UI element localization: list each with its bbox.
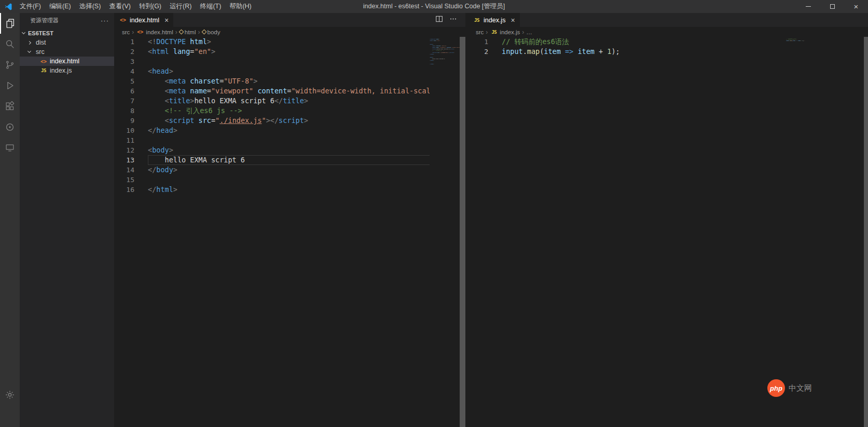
window-title: index.html - es6test - Visual Studio Cod… <box>363 2 505 11</box>
menu-f[interactable]: 文件(F) <box>16 0 45 13</box>
line-number[interactable]: 4 <box>114 66 134 76</box>
code-line[interactable]: <title>hello EXMA script 6</title> <box>148 96 465 106</box>
menu-e[interactable]: 编辑(E) <box>45 0 75 13</box>
code-line[interactable]: <!DOCTYPE html> <box>148 37 465 47</box>
menu-r[interactable]: 运行(R) <box>166 0 196 13</box>
menu-v[interactable]: 查看(V) <box>105 0 135 13</box>
tab-bar: <> index.html × <box>114 13 465 27</box>
code-line[interactable] <box>148 57 465 66</box>
watermark-text: 中文网 <box>789 383 812 393</box>
window-controls: × <box>796 0 868 13</box>
line-numbers[interactable]: 12 <box>468 37 493 427</box>
source-control-icon <box>4 59 16 71</box>
code-line[interactable]: <body> <box>148 145 465 155</box>
maximize-button[interactable] <box>820 0 844 13</box>
line-number[interactable]: 1 <box>468 37 488 47</box>
line-number[interactable]: 3 <box>114 57 134 66</box>
breadcrumb-html[interactable]: html <box>180 29 196 35</box>
code-line[interactable] <box>148 175 465 185</box>
code-line[interactable]: <head> <box>148 66 465 76</box>
breadcrumb-src[interactable]: src <box>122 29 130 35</box>
activity-bottom <box>0 384 20 427</box>
line-number[interactable]: 6 <box>114 86 134 96</box>
tab-index-html[interactable]: <> index.html × <box>114 13 173 27</box>
chevron-down-icon <box>27 49 31 53</box>
tree-item-index-html[interactable]: <>index.html <box>20 57 114 66</box>
activity-extensions[interactable] <box>0 96 20 117</box>
line-number[interactable]: 1 <box>114 37 134 47</box>
activity-remote[interactable] <box>0 137 20 158</box>
tree-item-index-js[interactable]: JSindex.js <box>20 66 114 75</box>
line-number[interactable]: 10 <box>114 126 134 135</box>
line-number[interactable]: 16 <box>114 185 134 195</box>
code-line[interactable]: hello EXMA script 6 <box>148 155 465 165</box>
maximize-icon <box>830 4 835 9</box>
js-file-icon: JS <box>39 68 48 73</box>
sidebar-header: 资源管理器 ··· <box>20 13 114 28</box>
line-number[interactable]: 13 <box>114 155 134 165</box>
line-number[interactable]: 2 <box>468 47 488 57</box>
tree-item-src[interactable]: src <box>20 47 114 57</box>
line-number[interactable]: 9 <box>114 116 134 126</box>
code-line[interactable]: input.map(item => item + 1); <box>786 40 864 42</box>
breadcrumb-index-html[interactable]: <>index.html <box>136 29 173 35</box>
sidebar-more-actions-button[interactable]: ··· <box>101 17 109 24</box>
minimap[interactable]: // 转码前的es6语法input.map(item => item + 1); <box>786 37 864 427</box>
activity-manage[interactable] <box>0 384 20 405</box>
close-tab-icon[interactable]: × <box>164 17 169 24</box>
close-button[interactable]: × <box>844 0 868 13</box>
code-area[interactable]: <!DOCTYPE html><html lang="en"><head> <m… <box>139 37 465 427</box>
line-number[interactable]: 11 <box>114 135 134 145</box>
breadcrumb-body[interactable]: body <box>202 29 221 35</box>
tab-bar: JS index.js × <box>468 13 868 27</box>
code-line[interactable]: <meta charset="UTF-8"> <box>148 76 465 86</box>
line-number[interactable]: 8 <box>114 106 134 116</box>
close-tab-icon[interactable]: × <box>511 17 515 24</box>
vscode-logo-icon <box>4 3 12 11</box>
code-line[interactable]: <script src="./index.js"></script> <box>148 116 465 126</box>
code-line[interactable]: <!-- 引入es6 js --> <box>148 106 465 116</box>
code-line[interactable] <box>148 135 465 145</box>
menu-t[interactable]: 终端(T) <box>196 0 225 13</box>
code-line[interactable]: </html> <box>148 185 465 195</box>
line-number[interactable]: 7 <box>114 96 134 106</box>
line-number[interactable]: 12 <box>114 145 134 155</box>
breadcrumb-item[interactable]: … <box>526 29 532 35</box>
line-number[interactable]: 5 <box>114 76 134 86</box>
code-line[interactable]: </html> <box>430 63 460 64</box>
editor-group-js: JS index.js × src›JSindex.js›… 12 // 转码前… <box>468 13 868 427</box>
tree-item-dist[interactable]: dist <box>20 38 114 47</box>
scrollbar[interactable] <box>864 37 868 427</box>
code-line[interactable]: <html lang="en"> <box>148 47 465 57</box>
menu-g[interactable]: 转到(G) <box>135 0 166 13</box>
activity-source-control[interactable] <box>0 54 20 75</box>
line-number[interactable]: 2 <box>114 47 134 57</box>
project-root[interactable]: ES6TEST <box>20 28 114 38</box>
code-line[interactable]: </head> <box>148 126 465 135</box>
line-number[interactable]: 15 <box>114 175 134 185</box>
more-actions-icon <box>449 15 457 25</box>
breadcrumbs: src›JSindex.js›… <box>468 27 868 37</box>
explorer-icon <box>5 18 16 29</box>
tab-index-js[interactable]: JS index.js × <box>468 13 520 27</box>
code-line[interactable]: <meta name="viewport" content="width=dev… <box>148 86 465 96</box>
line-numbers[interactable]: 12345678910111213141516 <box>114 37 139 427</box>
breadcrumb-label: index.js <box>500 29 520 35</box>
breadcrumb-label: html <box>185 29 196 35</box>
breadcrumb-src[interactable]: src <box>476 29 484 35</box>
menu-s[interactable]: 选择(S) <box>75 0 105 13</box>
html-file-icon: <> <box>39 59 48 64</box>
menu-h[interactable]: 帮助(H) <box>225 0 255 13</box>
more-actions-button[interactable] <box>449 15 457 25</box>
minimize-button[interactable] <box>796 0 820 13</box>
scrollbar[interactable] <box>460 37 465 427</box>
activity-run-debug[interactable] <box>0 75 20 96</box>
code-line[interactable]: </body> <box>148 165 465 175</box>
breadcrumb-index-js[interactable]: JSindex.js <box>490 29 520 35</box>
line-number[interactable]: 14 <box>114 165 134 175</box>
minimap[interactable]: <!DOCTYPE html><html lang="en"><head> <m… <box>430 37 460 427</box>
activity-search[interactable] <box>0 34 20 54</box>
activity-explorer[interactable] <box>0 13 20 34</box>
split-editor-button[interactable] <box>435 15 443 25</box>
activity-test[interactable] <box>0 117 20 137</box>
